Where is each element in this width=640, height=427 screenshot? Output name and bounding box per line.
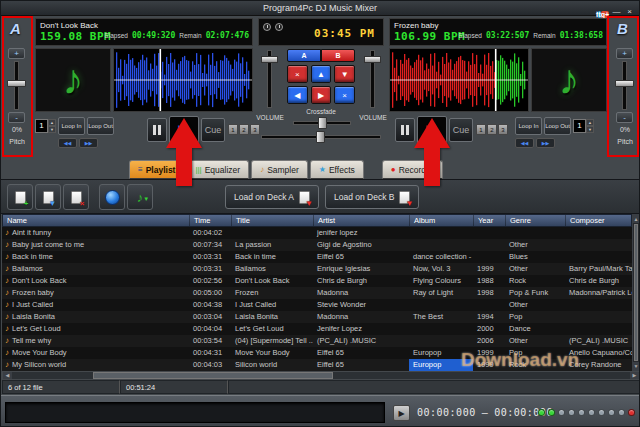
load-on-deck-b-button[interactable]: Load on Deck B ▼ — [325, 185, 419, 209]
deck-a-cue-button[interactable]: Cue — [201, 118, 225, 142]
deck-b-pitch-slider-thumb[interactable] — [615, 80, 634, 87]
crossfader-assign-b-button[interactable]: B — [321, 49, 355, 62]
crossfader-assign-a-button[interactable]: A — [287, 49, 321, 62]
level-led — [558, 409, 565, 416]
deck-a-skip-forward-button[interactable]: ▶▶ — [79, 138, 98, 148]
scroll-down-icon[interactable]: ▼ — [633, 362, 639, 370]
deck-a-hotcue-1-button[interactable]: 1 — [228, 124, 238, 135]
playlist-horizontal-scrollbar[interactable]: ◀ ▶ — [2, 371, 640, 380]
spinner-up-icon[interactable]: ▲ — [48, 119, 56, 126]
deck-b-cue-button[interactable]: Cue — [449, 118, 473, 142]
cell-album: Ray of Light — [409, 287, 473, 299]
playlist-header: Name Time Title Artist Album Year Genre … — [2, 214, 632, 227]
column-header-genre[interactable]: Genre — [506, 215, 566, 226]
deck-a-loop-out-button[interactable]: Loop Out — [87, 117, 114, 135]
column-header-composer[interactable]: Composer — [566, 215, 633, 226]
close-button[interactable]: × — [624, 7, 635, 18]
deck-a-waveform[interactable] — [114, 49, 252, 111]
playlist-row[interactable]: ♪Baby just come to me00:07:34La passionG… — [2, 239, 632, 251]
minimize-button[interactable]: — — [611, 7, 622, 18]
sampler-tab-icon: ♪ — [260, 166, 264, 174]
remain-clock-icon[interactable] — [275, 23, 283, 31]
deck-a-pause-button[interactable] — [147, 118, 167, 142]
scroll-left-icon[interactable]: ◀ — [3, 372, 12, 379]
googleplus-icon[interactable]: g+ — [601, 11, 609, 18]
playlist-vertical-scrollbar[interactable]: ▲ ▼ — [632, 214, 640, 371]
add-file-button[interactable]: + — [7, 184, 33, 210]
playlist-row[interactable]: ♪Bailamos00:03:31BailamosEnrique Iglesia… — [2, 263, 632, 275]
deck-a-loop-in-button[interactable]: Loop In — [58, 117, 85, 135]
deck-b-pitch-plus-button[interactable]: + — [616, 48, 633, 59]
playlist-row[interactable]: ♪Aint it funny00:04:02jenifer lopez — [2, 227, 632, 239]
deck-b-play-button[interactable]: ▶ — [417, 116, 447, 144]
deck-b-loop-in-button[interactable]: Loop In — [515, 117, 542, 135]
deck-a-hotcue-2-button[interactable]: 2 — [239, 124, 249, 135]
master-balance-thumb[interactable] — [316, 131, 325, 143]
note-icon: ♪ — [5, 313, 9, 321]
deck-b-pitch-minus-button[interactable]: - — [616, 112, 633, 123]
horizontal-scrollbar-thumb[interactable] — [93, 372, 333, 379]
column-header-title[interactable]: Title — [232, 215, 314, 226]
deck-b-hotcue-1-button[interactable]: 1 — [476, 124, 486, 135]
deck-b-hotcue-3-button[interactable]: 3 — [498, 124, 508, 135]
watermark: Download.vn — [461, 349, 579, 371]
mixer-pad[interactable]: ◀ — [287, 86, 308, 104]
deck-a-volume-thumb[interactable] — [261, 56, 278, 63]
deck-a-pitch-plus-button[interactable]: + — [8, 48, 25, 59]
mixer-pad[interactable]: ▲ — [311, 65, 332, 83]
deck-a-pitch-minus-button[interactable]: - — [8, 112, 25, 123]
deck-b-pause-button[interactable] — [395, 118, 415, 142]
playlist-row[interactable]: ♪I Just Called00:04:38I Just CalledStevi… — [2, 299, 632, 311]
tab-label: Effects — [329, 165, 355, 175]
deck-a-loop-count[interactable]: 1 — [35, 119, 48, 133]
remove-file-button[interactable]: × — [63, 184, 89, 210]
crossfade-thumb[interactable] — [318, 117, 327, 129]
playlist-row[interactable]: ♪Back in time00:03:31Back in timeEiffel … — [2, 251, 632, 263]
column-header-name[interactable]: Name — [3, 215, 190, 226]
cell-time: 00:04:03 — [189, 359, 231, 371]
deck-a-pitch-slider-thumb[interactable] — [7, 80, 26, 87]
deck-b-loop-out-button[interactable]: Loop Out — [544, 117, 571, 135]
deck-b-skip-forward-button[interactable]: ▶▶ — [536, 138, 555, 148]
column-header-album[interactable]: Album — [410, 215, 474, 226]
mixer-pad[interactable]: × — [287, 65, 308, 83]
load-on-deck-a-button[interactable]: Load on Deck A ▼ — [225, 185, 319, 209]
import-file-button[interactable]: ▼ — [35, 184, 61, 210]
deck-b-volume-thumb[interactable] — [364, 56, 381, 63]
deck-a-skip-back-button[interactable]: ◀◀ — [58, 138, 77, 148]
column-header-year[interactable]: Year — [474, 215, 506, 226]
playlist-row[interactable]: ♪Laisla Bonita00:03:04Laisla BonitaMadon… — [2, 311, 632, 323]
tab-equalizer[interactable]: |||Equalizer — [186, 160, 249, 179]
preview-play-button[interactable]: ▶ — [393, 405, 410, 421]
spinner-up-icon[interactable]: ▲ — [586, 119, 594, 126]
column-header-time[interactable]: Time — [190, 215, 232, 226]
column-header-artist[interactable]: Artist — [314, 215, 410, 226]
mixer-pad[interactable]: × — [334, 86, 355, 104]
playlist-row[interactable]: ♪Frozen baby00:05:00FrozenMadonnaRay of … — [2, 287, 632, 299]
scroll-right-icon[interactable]: ▶ — [630, 372, 639, 379]
tab-effects[interactable]: ★Effects — [310, 160, 364, 179]
spinner-down-icon[interactable]: ▼ — [48, 126, 56, 133]
scroll-up-icon[interactable]: ▲ — [633, 215, 639, 223]
tab-sampler[interactable]: ♪Sampler — [251, 160, 308, 179]
deck-b-loop-count[interactable]: 1 — [573, 119, 586, 133]
playlist-row[interactable]: ♪Let's Get Loud00:04:04Let's Get LoudJen… — [2, 323, 632, 335]
playlist-row[interactable]: ♪Don't Look Back00:02:56Don't Look BackC… — [2, 275, 632, 287]
pause-icon — [153, 125, 161, 135]
cell-name: Let's Get Loud — [12, 323, 61, 335]
mixer-pad[interactable]: ▶ — [311, 86, 332, 104]
deck-a-play-button[interactable]: ▶ — [169, 116, 199, 144]
search-online-button[interactable] — [99, 184, 125, 210]
import-music-button[interactable]: ♪▼ — [127, 184, 153, 210]
deck-b-hotcue-2-button[interactable]: 2 — [487, 124, 497, 135]
tab-playlist[interactable]: ≡Playlist — [129, 160, 184, 179]
spinner-down-icon[interactable]: ▼ — [586, 126, 594, 133]
deck-b-skip-back-button[interactable]: ◀◀ — [515, 138, 534, 148]
mixer-pad[interactable]: ▼ — [334, 65, 355, 83]
vertical-scrollbar-thumb[interactable] — [634, 224, 638, 361]
tab-recorder[interactable]: ●Recorder — [382, 160, 443, 179]
playlist-row[interactable]: ♪Tell me why00:03:54(04) [Supermode] Tel… — [2, 335, 632, 347]
elapsed-clock-icon[interactable] — [263, 23, 271, 31]
deck-a-hotcue-3-button[interactable]: 3 — [250, 124, 260, 135]
deck-b-waveform[interactable] — [390, 49, 528, 111]
